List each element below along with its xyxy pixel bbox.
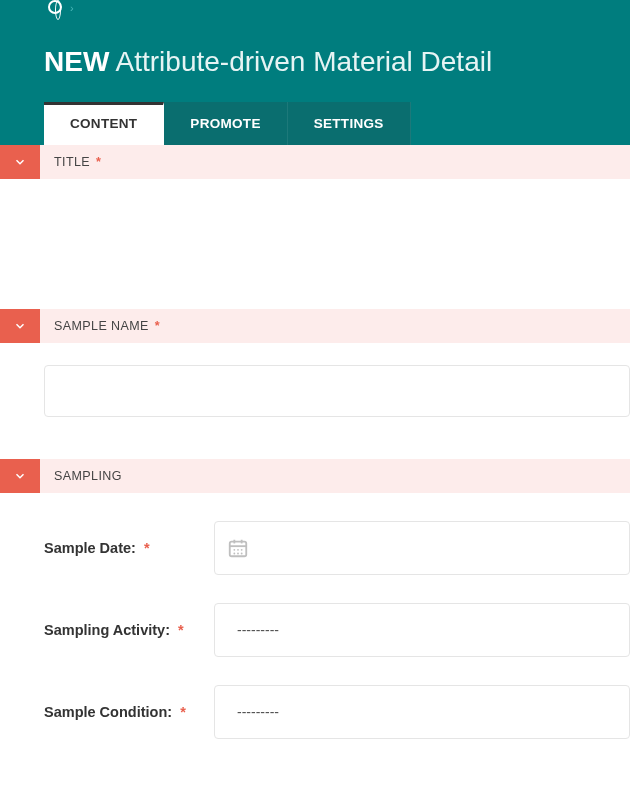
page-title-new: NEW xyxy=(44,46,109,77)
section-header-sample-name: SAMPLE NAME * xyxy=(0,309,630,343)
label-text: Sampling Activity: xyxy=(44,622,170,638)
sampling-body: Sample Date: * Sampling Activity: * xyxy=(0,493,630,777)
svg-point-9 xyxy=(241,553,243,555)
required-indicator: * xyxy=(178,622,184,638)
page-title-rest: Attribute-driven Material Detail xyxy=(109,46,492,77)
title-body-placeholder xyxy=(0,179,630,309)
chevron-down-icon xyxy=(13,319,27,333)
svg-point-7 xyxy=(233,553,235,555)
collapse-toggle-sampling[interactable] xyxy=(0,459,40,493)
tab-content[interactable]: CONTENT xyxy=(44,102,164,145)
page-header: NEW Attribute-driven Material Detail CON… xyxy=(0,18,630,145)
calendar-icon xyxy=(227,537,249,559)
svg-point-5 xyxy=(237,549,239,551)
label-text: Sample Date: xyxy=(44,540,136,556)
section-label-sampling: SAMPLING xyxy=(40,459,122,493)
sample-date-input[interactable] xyxy=(214,521,630,575)
svg-point-4 xyxy=(233,549,235,551)
chevron-down-icon xyxy=(13,155,27,169)
label-sample-condition: Sample Condition: * xyxy=(44,704,214,720)
section-label-text: SAMPLING xyxy=(54,469,122,483)
required-indicator: * xyxy=(96,155,101,169)
collapse-toggle-sample-name[interactable] xyxy=(0,309,40,343)
select-value: --------- xyxy=(237,704,279,720)
required-indicator: * xyxy=(144,540,150,556)
label-text: Sample Condition: xyxy=(44,704,172,720)
sample-name-body xyxy=(0,343,630,459)
tab-promote[interactable]: PROMOTE xyxy=(164,102,287,145)
section-label-text: SAMPLE NAME xyxy=(54,319,149,333)
select-value: --------- xyxy=(237,622,279,638)
sample-name-input[interactable] xyxy=(44,365,630,417)
svg-point-6 xyxy=(241,549,243,551)
row-sampling-activity: Sampling Activity: * --------- xyxy=(44,603,630,657)
section-label-sample-name: SAMPLE NAME * xyxy=(40,309,160,343)
tab-settings[interactable]: SETTINGS xyxy=(288,102,411,145)
svg-point-8 xyxy=(237,553,239,555)
page-title: NEW Attribute-driven Material Detail xyxy=(44,46,630,78)
sample-condition-select[interactable]: --------- xyxy=(214,685,630,739)
label-sample-date: Sample Date: * xyxy=(44,540,214,556)
section-label-title: TITLE * xyxy=(40,145,101,179)
section-header-title: TITLE * xyxy=(0,145,630,179)
required-indicator: * xyxy=(155,319,160,333)
section-label-text: TITLE xyxy=(54,155,90,169)
collapse-toggle-title[interactable] xyxy=(0,145,40,179)
chevron-down-icon xyxy=(13,469,27,483)
row-sample-date: Sample Date: * xyxy=(44,521,630,575)
globe-icon xyxy=(48,0,62,14)
row-sample-condition: Sample Condition: * --------- xyxy=(44,685,630,739)
required-indicator: * xyxy=(180,704,186,720)
section-header-sampling: SAMPLING xyxy=(0,459,630,493)
label-sampling-activity: Sampling Activity: * xyxy=(44,622,214,638)
chevron-right-icon: › xyxy=(70,2,74,14)
breadcrumb-strip: › xyxy=(0,0,630,18)
sampling-activity-select[interactable]: --------- xyxy=(214,603,630,657)
tab-bar: CONTENT PROMOTE SETTINGS xyxy=(44,102,630,145)
